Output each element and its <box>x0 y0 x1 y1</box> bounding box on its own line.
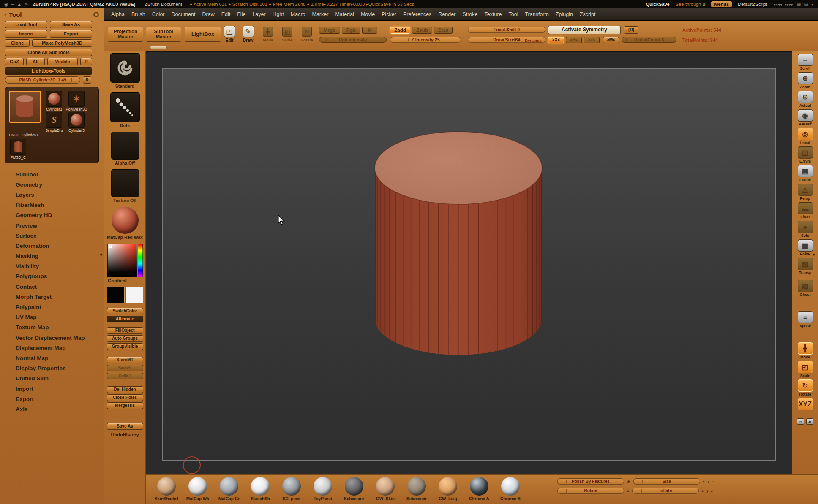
shelf-button[interactable]: ◫ L.Sym <box>798 146 813 164</box>
symmetry-hotkey-button[interactable]: (R) <box>624 26 638 34</box>
tray-action-button[interactable]: Save As <box>107 423 143 430</box>
current-stroke-thumbnail[interactable] <box>110 92 140 122</box>
material-item[interactable]: Chrome A <box>466 477 492 501</box>
axis-labels[interactable]: x y z <box>702 489 713 493</box>
subtool-master-button[interactable]: SubTool Master <box>146 27 181 42</box>
tool-subpalette-item[interactable]: Geometry HD <box>16 210 104 220</box>
left-divider-grip[interactable]: ◂ <box>100 252 102 257</box>
titlebar-nav-icon[interactable]: ◂◂◂◂ <box>773 2 782 7</box>
draw-button[interactable]: ✎ Draw <box>240 26 256 43</box>
tool-thumbnail[interactable]: Cylinder3 <box>67 112 86 133</box>
radial-count-slider[interactable]: RadialCount 8 <box>622 37 676 43</box>
tool-subpalette-item[interactable]: Polypaint <box>16 302 104 312</box>
hue-strip[interactable] <box>138 244 143 277</box>
tray-action-button[interactable]: FillObject <box>107 327 143 334</box>
tray-action-button[interactable]: MergeTris <box>107 402 143 409</box>
titlebar-icon[interactable]: ◉ <box>4 2 8 7</box>
tray-action-button[interactable]: Alternate <box>107 316 143 322</box>
projection-master-button[interactable]: Projection Master <box>108 27 143 42</box>
titlebar-nav-icon[interactable]: ▸ <box>812 2 814 7</box>
tool-subpalette-item[interactable]: Deformation <box>16 241 104 251</box>
tool-subpalette-item[interactable]: SubTool <box>16 169 104 179</box>
tool-thumbnail[interactable] <box>10 139 26 155</box>
mrgb-button[interactable]: Mrgb <box>319 27 340 34</box>
goz-visible-button[interactable]: Visible <box>47 58 78 65</box>
tray-scrollbar[interactable] <box>150 46 167 49</box>
rgb-button[interactable]: Rgb <box>342 27 360 34</box>
document-canvas[interactable] <box>146 51 792 474</box>
export-button[interactable]: Export <box>50 30 92 38</box>
tool-subpalette-item[interactable]: Morph Target <box>16 292 104 302</box>
active-tool-slider[interactable]: PM3D_Cylinder3D_1.49 <box>5 76 80 84</box>
shelf-button[interactable]: ↻ Rotate <box>798 379 813 397</box>
size-slider[interactable]: Size <box>633 478 700 485</box>
radio-icon[interactable]: ◉ <box>627 480 630 484</box>
shelf-button[interactable]: ◎ Local <box>798 128 813 145</box>
see-through-slider[interactable]: See-through0 <box>676 2 706 7</box>
titlebar-nav-icon[interactable]: ▸▸▸▸ <box>785 2 793 7</box>
symmetry-z-button[interactable]: >Z< <box>584 37 600 43</box>
shelf-button[interactable]: ▨ Ghost <box>798 280 813 297</box>
tool-subpalette-item[interactable]: Geometry <box>16 179 104 190</box>
zsub-button[interactable]: Zsub <box>412 27 432 34</box>
material-item[interactable]: Chrome B <box>497 477 524 501</box>
tool-subpalette-item[interactable]: Display Properties <box>16 363 104 374</box>
tool-thumbnail[interactable]: S SimpleBru <box>45 112 63 133</box>
shelf-button[interactable]: ▬ Floor <box>798 202 813 219</box>
tool-subpalette-item[interactable]: Vector Displacement Map <box>16 333 104 343</box>
menu-item[interactable]: Material <box>332 10 357 19</box>
collapse-panel-icon[interactable]: ‹ <box>4 11 6 18</box>
tool-subpalette-item[interactable]: UV Map <box>16 312 104 322</box>
menu-item[interactable]: Tool <box>505 10 522 19</box>
dynamic-label[interactable]: Dynamic <box>525 38 542 43</box>
quicksave-button[interactable]: QuickSave <box>646 2 669 7</box>
material-item[interactable]: MatCap Wh <box>185 477 211 501</box>
load-tool-button[interactable]: Load Tool <box>5 21 47 28</box>
zcut-button[interactable]: Zcut <box>434 27 453 34</box>
selected-tool-thumbnail[interactable] <box>9 91 41 123</box>
tool-thumbnail[interactable]: ✶ PolyMesh3D <box>67 91 86 111</box>
goz-all-button[interactable]: All <box>26 58 45 65</box>
menu-item[interactable]: Zplugin <box>552 10 576 19</box>
color-picker[interactable] <box>107 244 143 277</box>
tool-subpalette-item[interactable]: Unified Skin <box>16 374 104 384</box>
menu-item[interactable]: Render <box>435 10 459 19</box>
menu-item[interactable]: Color <box>149 10 168 19</box>
tool-subpalette-item[interactable]: Texture Map <box>16 322 104 333</box>
z-intensity-slider[interactable]: Z Intensity 25 <box>390 37 461 43</box>
menu-item[interactable]: Draw <box>199 10 218 19</box>
gradient-toggle[interactable]: Gradient <box>108 278 127 283</box>
inflate-slider[interactable]: Inflate <box>632 488 699 494</box>
material-item[interactable]: SkinShade4 <box>153 477 180 501</box>
tool-thumbnail[interactable]: Cylinder3 <box>45 91 63 111</box>
material-item[interactable]: Sebcesoir <box>341 477 367 501</box>
menu-item[interactable]: Movie <box>357 10 378 19</box>
titlebar-nav-icon[interactable]: ▦ <box>797 2 801 7</box>
material-item[interactable]: SC_pewt <box>278 477 305 501</box>
tool-subpalette-item[interactable]: Export <box>16 394 104 404</box>
shelf-button[interactable]: ◉ AAHalf <box>798 109 813 127</box>
menu-item[interactable]: Light <box>269 10 287 19</box>
material-item[interactable]: ToyPlasti <box>310 477 336 501</box>
tray-action-button[interactable]: StoreMT <box>107 357 143 363</box>
tray-action-button[interactable]: Close Holes <box>107 394 143 401</box>
clone-button[interactable]: Clone <box>5 39 30 47</box>
tool-subpalette-item[interactable]: Displacement Map <box>16 343 104 353</box>
tool-subpalette-item[interactable]: Preview <box>16 220 104 230</box>
menus-toggle[interactable]: Menus <box>711 1 732 7</box>
menu-item[interactable]: Transform <box>521 10 552 19</box>
tray-action-button[interactable]: DelMT <box>107 373 143 379</box>
current-material-thumbnail[interactable] <box>112 207 139 234</box>
shelf-button[interactable]: ▧ Transp <box>798 258 813 275</box>
shelf-button[interactable]: △ Persp <box>798 184 813 201</box>
focal-shift-slider[interactable]: Focal Shift 0 <box>468 27 545 33</box>
tool-subpalette-item[interactable]: Visibility <box>16 261 104 271</box>
menu-item[interactable]: Picker <box>378 10 400 19</box>
material-item[interactable]: Sebcesoir <box>404 477 430 501</box>
tray-action-button[interactable]: Auto Groups <box>107 335 143 342</box>
polish-by-features-slider[interactable]: Polish By Features <box>557 478 624 485</box>
make-polymesh3d-button[interactable]: Make PolyMesh3D <box>32 39 92 47</box>
shelf-button[interactable]: ▣ Frame <box>798 165 813 182</box>
tool-subpalette-item[interactable]: Contact <box>16 282 104 292</box>
tray-action-button[interactable]: Switch <box>107 365 143 371</box>
